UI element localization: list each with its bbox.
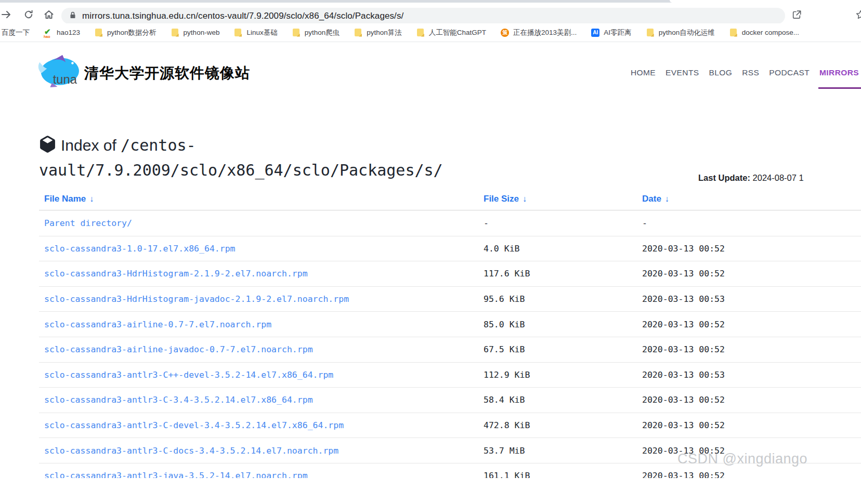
file-size: 472.8 KiB [484, 420, 642, 430]
bookmark-favicon-icon [233, 28, 243, 37]
bookmark-label: hao123 [57, 29, 80, 36]
file-link[interactable]: sclo-cassandra3-airline-javadoc-0.7-7.el… [39, 344, 484, 354]
file-size: 161.1 KiB [484, 471, 642, 478]
file-size: - [484, 218, 642, 228]
bookmark-favicon-icon [500, 28, 510, 37]
file-date: 2020-03-13 00:52 [642, 471, 861, 478]
file-link[interactable]: sclo-cassandra3-antlr3-C-3.4-3.5.2.14.el… [39, 395, 484, 405]
bookmark-label: 正在播放2013美剧... [513, 28, 577, 37]
bookmark-item[interactable]: python算法 [354, 28, 402, 37]
file-link[interactable]: sclo-cassandra3-HdrHistogram-2.1.9-2.el7… [39, 269, 484, 278]
bookmark-item[interactable]: python自动化运维 [646, 28, 715, 37]
table-row: sclo-cassandra3-airline-0.7-7.el7.noarch… [39, 312, 861, 337]
bookmark-item[interactable]: python数据分析 [94, 28, 156, 37]
file-table-body: Parent directory/ - - sclo-cassandra3-1.… [39, 211, 861, 478]
bookmark-favicon-icon [171, 28, 180, 37]
table-row: sclo-cassandra3-1.0-17.el7.x86_64.rpm 4.… [39, 236, 861, 262]
bookmark-label: 人工智能ChatGPT [429, 28, 486, 37]
favorite-star-icon[interactable] [855, 9, 861, 21]
bookmark-item[interactable]: python-web [171, 28, 220, 37]
forward-icon[interactable] [1, 9, 12, 20]
file-size: 4.0 KiB [484, 244, 642, 254]
bookmark-favicon-icon [416, 28, 425, 37]
file-date: 2020-03-13 00:52 [642, 320, 861, 329]
bookmark-label: python-web [184, 29, 220, 36]
bookmark-item[interactable]: docker compose... [729, 28, 799, 37]
file-link[interactable]: sclo-cassandra3-HdrHistogram-javadoc-2.1… [39, 294, 484, 304]
bookmark-favicon-icon [646, 28, 655, 37]
file-link[interactable]: sclo-cassandra3-1.0-17.el7.x86_64.rpm [39, 244, 484, 254]
file-link[interactable]: sclo-cassandra3-antlr3-java-3.5.2-14.el7… [39, 471, 484, 478]
bookmark-favicon-icon [354, 28, 363, 37]
nav-item[interactable]: HOME [631, 68, 656, 77]
file-link[interactable]: Parent directory/ [39, 218, 484, 228]
bookmark-favicon-icon [44, 28, 53, 37]
url-text[interactable]: mirrors.tuna.tsinghua.edu.cn/centos-vaul… [82, 11, 403, 21]
last-update-label: Last Update: [698, 173, 750, 182]
column-header-file-name[interactable]: File Name↓ [44, 194, 94, 204]
last-update-value: 2024-08-07 1 [753, 173, 804, 182]
file-date: 2020-03-13 00:52 [642, 244, 861, 254]
page-title: Index of /centos-vault/7.9.2009/sclo/x86… [39, 134, 497, 182]
nav-item[interactable]: MIRRORS [819, 68, 859, 77]
share-icon[interactable] [791, 9, 803, 21]
nav-item[interactable]: PODCAST [769, 68, 810, 77]
bookmark-item[interactable]: 人工智能ChatGPT [416, 28, 486, 37]
file-date: 2020-03-13 00:52 [642, 395, 861, 405]
bookmark-label: docker compose... [742, 29, 799, 36]
table-row: sclo-cassandra3-antlr3-C++-devel-3.5.2-1… [39, 363, 861, 388]
file-size: 67.5 KiB [484, 344, 642, 354]
sort-desc-icon[interactable]: ↓ [665, 194, 669, 203]
sort-desc-icon[interactable]: ↓ [89, 194, 94, 203]
table-row: sclo-cassandra3-airline-javadoc-0.7-7.el… [39, 337, 861, 363]
bookmark-item[interactable]: AI零距离 [591, 28, 631, 37]
bookmark-item[interactable]: Linux基础 [233, 28, 277, 37]
bookmark-item[interactable]: 百度一下 [0, 28, 30, 37]
bookmark-label: python算法 [367, 28, 402, 37]
file-size: 85.0 KiB [484, 320, 642, 329]
table-header-row: File Name↓ File Size↓ Date↓ [39, 192, 861, 210]
column-header-date[interactable]: Date↓ [642, 194, 669, 204]
file-date: 2020-03-13 00:53 [642, 370, 861, 380]
file-date: 2020-03-13 00:52 [642, 269, 861, 278]
bookmark-item[interactable]: 正在播放2013美剧... [500, 28, 577, 37]
package-icon [39, 136, 56, 159]
file-link[interactable]: sclo-cassandra3-antlr3-C-docs-3.4-3.5.2.… [39, 446, 484, 456]
tuna-logo[interactable]: tuna [36, 54, 82, 93]
file-size: 58.4 KiB [484, 395, 642, 405]
heading-prefix: Index of [61, 137, 121, 154]
bookmark-item[interactable]: hao123 [44, 28, 80, 37]
file-link[interactable]: sclo-cassandra3-antlr3-C-devel-3.4-3.5.2… [39, 420, 484, 430]
table-row: sclo-cassandra3-HdrHistogram-javadoc-2.1… [39, 287, 861, 312]
bookmark-label: python数据分析 [107, 28, 156, 37]
file-size: 53.7 MiB [484, 446, 642, 456]
bookmark-favicon-icon [591, 28, 600, 37]
bookmark-label: python爬虫 [305, 28, 340, 37]
screenshot-root: { "browser": { "url": "mirrors.tuna.tsin… [0, 0, 861, 504]
bookmark-label: 百度一下 [2, 28, 30, 37]
address-bar[interactable]: mirrors.tuna.tsinghua.edu.cn/centos-vaul… [61, 8, 785, 24]
file-link[interactable]: sclo-cassandra3-airline-0.7-7.el7.noarch… [39, 320, 484, 329]
bookmark-favicon-icon [292, 28, 301, 37]
bookmark-favicon-icon [729, 28, 738, 37]
sort-desc-icon[interactable]: ↓ [523, 194, 527, 203]
lock-icon[interactable] [68, 10, 77, 22]
nav-item[interactable]: RSS [742, 68, 759, 77]
bookmarks-bar: 百度一下 hao123 python数据分析 python-web Linux基… [0, 23, 861, 42]
nav-item[interactable]: EVENTS [666, 68, 699, 77]
file-link[interactable]: sclo-cassandra3-antlr3-C++-devel-3.5.2-1… [39, 370, 484, 380]
watermark: CSDN @xingdiango [677, 451, 807, 467]
table-row: sclo-cassandra3-antlr3-C-3.4-3.5.2.14.el… [39, 388, 861, 413]
bookmark-item[interactable]: python爬虫 [292, 28, 340, 37]
file-date: 2020-03-13 00:52 [642, 420, 861, 430]
column-header-file-size[interactable]: File Size↓ [484, 194, 527, 204]
nav-item[interactable]: BLOG [709, 68, 733, 77]
bookmark-favicon-icon [94, 28, 103, 37]
file-size: 95.6 KiB [484, 294, 642, 304]
file-size: 112.9 KiB [484, 370, 642, 380]
reload-icon[interactable] [23, 9, 34, 20]
bookmark-label: python自动化运维 [659, 28, 715, 37]
bookmark-label: Linux基础 [246, 28, 277, 37]
home-icon[interactable] [43, 9, 55, 20]
file-date: 2020-03-13 00:53 [642, 294, 861, 304]
